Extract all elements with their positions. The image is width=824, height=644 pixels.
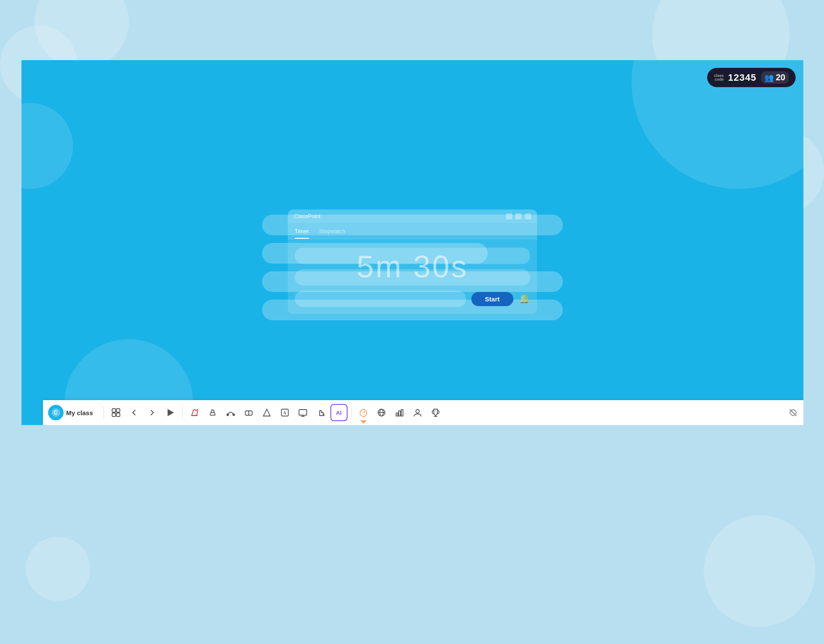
timer-app-title: ClassPoint [294, 213, 320, 219]
timer-bar-1 [295, 248, 530, 264]
trophy-button[interactable] [427, 404, 444, 421]
close-btn[interactable] [525, 213, 531, 219]
timer-bottom-row: Start 🔔 [295, 291, 530, 307]
maximize-btn[interactable] [516, 213, 522, 219]
timer-body: Start 🔔 [288, 239, 537, 314]
ai-button[interactable]: AI [330, 404, 348, 421]
participants-icon: 👥 [764, 73, 774, 82]
globe-button[interactable] [373, 404, 390, 421]
toolbar: C My class [43, 400, 803, 425]
text-button[interactable]: A [276, 404, 293, 421]
tab-timer[interactable]: Timer [295, 226, 309, 239]
svg-rect-4 [112, 413, 116, 416]
back-button[interactable] [125, 404, 143, 421]
arch-pen-button[interactable] [222, 404, 239, 421]
tab-stopwatch[interactable]: Stopwatch [319, 226, 345, 239]
hide-button[interactable] [784, 404, 802, 421]
svg-text:A: A [283, 410, 287, 415]
svg-rect-26 [396, 413, 398, 416]
svg-point-29 [416, 410, 419, 413]
highlighter-button[interactable] [204, 404, 221, 421]
toolbar-logo: C [48, 405, 64, 420]
profile-button[interactable] [409, 404, 426, 421]
timer-bar-2 [295, 269, 530, 286]
timer-panel: ClassPoint Timer Stopwatch [288, 210, 537, 314]
svg-marker-14 [263, 409, 270, 416]
svg-rect-3 [116, 409, 120, 412]
svg-rect-28 [401, 410, 403, 416]
grid-view-button[interactable] [107, 404, 125, 421]
titlebar-controls[interactable] [506, 213, 531, 219]
svg-marker-6 [168, 410, 173, 416]
timer-button[interactable] [355, 404, 372, 421]
chart-button[interactable] [391, 404, 408, 421]
start-button[interactable]: Start [471, 292, 513, 306]
class-code-number: 12345 [728, 72, 757, 83]
participants-badge: 👥 20 [761, 71, 789, 84]
svg-point-11 [233, 414, 235, 416]
forward-button[interactable] [143, 404, 161, 421]
svg-rect-5 [116, 413, 120, 416]
class-code-badge[interactable]: class code 12345 👥 20 [707, 68, 796, 87]
bell-icon[interactable]: 🔔 [519, 293, 530, 304]
divider-1 [104, 406, 104, 419]
participants-count: 20 [776, 73, 785, 82]
presentation-wrapper: class code 12345 👥 20 5m 30s ClassPoint [21, 60, 803, 425]
play-button[interactable] [162, 404, 179, 421]
ai-label: AI [336, 410, 342, 416]
minimize-btn[interactable] [506, 213, 512, 219]
timer-tabs: Timer Stopwatch [288, 223, 537, 239]
svg-rect-2 [112, 409, 116, 412]
presentation-area: class code 12345 👥 20 5m 30s ClassPoint [21, 60, 803, 425]
whiteboard-button[interactable] [294, 404, 311, 421]
divider-2 [182, 406, 183, 419]
toolbar-right [784, 404, 803, 421]
svg-rect-27 [399, 411, 400, 416]
close-red-button[interactable] [803, 404, 803, 421]
svg-point-10 [227, 414, 229, 416]
hand-button[interactable] [312, 404, 330, 421]
shapes-button[interactable] [258, 404, 275, 421]
toolbar-class-name: My class [66, 409, 93, 416]
svg-rect-17 [299, 410, 307, 415]
svg-text:C: C [54, 410, 58, 416]
timer-bar-3 [295, 291, 466, 307]
divider-3 [351, 406, 351, 419]
timer-indicator-arrow [360, 420, 366, 424]
svg-line-22 [363, 411, 365, 413]
svg-line-32 [790, 409, 797, 416]
eraser-button[interactable] [240, 404, 257, 421]
timer-titlebar: ClassPoint [288, 210, 537, 223]
pen-button[interactable] [186, 404, 203, 421]
